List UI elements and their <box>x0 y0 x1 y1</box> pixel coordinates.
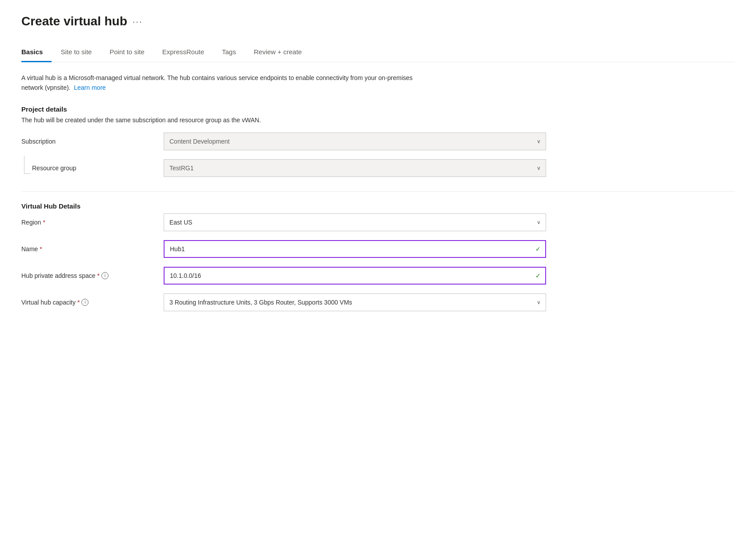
project-details-title: Project details <box>21 105 735 113</box>
hub-capacity-dropdown[interactable]: 3 Routing Infrastructure Units, 3 Gbps R… <box>164 293 546 311</box>
subscription-control: Content Development ∨ <box>164 132 546 150</box>
resource-group-dropdown[interactable]: TestRG1 <box>164 159 546 177</box>
region-label: Region * <box>21 219 164 226</box>
virtual-hub-details-title: Virtual Hub Details <box>21 202 735 210</box>
hub-address-input-wrapper[interactable]: 10.1.0.0/16 ✓ <box>164 267 546 285</box>
name-input[interactable]: Hub1 <box>164 240 546 258</box>
hub-private-address-space-row: Hub private address space * i 10.1.0.0/1… <box>21 267 735 285</box>
tab-site-to-site[interactable]: Site to site <box>52 43 101 62</box>
resource-group-control: TestRG1 ∨ <box>164 159 546 177</box>
name-required-star: * <box>40 245 42 253</box>
resource-group-label-group: Resource group <box>21 165 164 172</box>
region-dropdown[interactable]: East US <box>164 213 546 231</box>
resource-group-label: Resource group <box>21 165 164 172</box>
region-row: Region * East US ∨ <box>21 213 735 231</box>
resource-group-dropdown-wrapper[interactable]: TestRG1 ∨ <box>164 159 546 177</box>
virtual-hub-capacity-row: Virtual hub capacity * i 3 Routing Infra… <box>21 293 735 311</box>
page-description: A virtual hub is a Microsoft-managed vir… <box>21 73 422 93</box>
name-label-group: Name * <box>21 245 164 253</box>
page-title: Create virtual hub <box>21 14 127 28</box>
region-label-group: Region * <box>21 219 164 226</box>
subscription-row: Subscription Content Development ∨ <box>21 132 735 150</box>
project-details-section: Project details The hub will be created … <box>21 105 735 177</box>
name-input-wrapper[interactable]: Hub1 ✓ <box>164 240 546 258</box>
hub-address-control: 10.1.0.0/16 ✓ <box>164 267 546 285</box>
hub-address-input[interactable]: 10.1.0.0/16 <box>164 267 546 285</box>
region-required-star: * <box>43 219 45 226</box>
hub-address-label: Hub private address space * i <box>21 272 164 279</box>
tab-review-create[interactable]: Review + create <box>245 43 311 62</box>
section-divider <box>21 191 735 192</box>
tab-point-to-site[interactable]: Point to site <box>101 43 153 62</box>
hub-capacity-label-group: Virtual hub capacity * i <box>21 299 164 306</box>
hub-capacity-label: Virtual hub capacity * i <box>21 299 164 306</box>
name-control: Hub1 ✓ <box>164 240 546 258</box>
hub-address-label-group: Hub private address space * i <box>21 272 164 279</box>
subscription-dropdown-wrapper[interactable]: Content Development ∨ <box>164 132 546 150</box>
more-options-icon[interactable]: ··· <box>133 16 143 27</box>
hub-capacity-required-star: * <box>77 299 80 306</box>
name-row: Name * Hub1 ✓ <box>21 240 735 258</box>
subscription-dropdown[interactable]: Content Development <box>164 132 546 150</box>
page-header: Create virtual hub ··· <box>21 14 735 28</box>
hub-capacity-dropdown-wrapper[interactable]: 3 Routing Infrastructure Units, 3 Gbps R… <box>164 293 546 311</box>
region-control: East US ∨ <box>164 213 546 231</box>
tab-express-route[interactable]: ExpressRoute <box>153 43 213 62</box>
hub-capacity-info-icon[interactable]: i <box>81 299 88 306</box>
subscription-label-group: Subscription <box>21 138 164 145</box>
subscription-label: Subscription <box>21 138 164 145</box>
hub-address-required-star: * <box>97 272 100 279</box>
project-details-subtitle: The hub will be created under the same s… <box>21 116 735 124</box>
tab-bar: Basics Site to site Point to site Expres… <box>21 43 735 62</box>
resource-group-row: Resource group TestRG1 ∨ <box>21 159 735 177</box>
region-dropdown-wrapper[interactable]: East US ∨ <box>164 213 546 231</box>
tab-basics[interactable]: Basics <box>21 43 52 62</box>
hub-capacity-control: 3 Routing Infrastructure Units, 3 Gbps R… <box>164 293 546 311</box>
learn-more-link[interactable]: Learn more <box>74 84 106 91</box>
hub-address-info-icon[interactable]: i <box>101 272 109 279</box>
virtual-hub-details-section: Virtual Hub Details Region * East US ∨ N… <box>21 202 735 311</box>
name-label: Name * <box>21 245 164 253</box>
tab-tags[interactable]: Tags <box>213 43 245 62</box>
